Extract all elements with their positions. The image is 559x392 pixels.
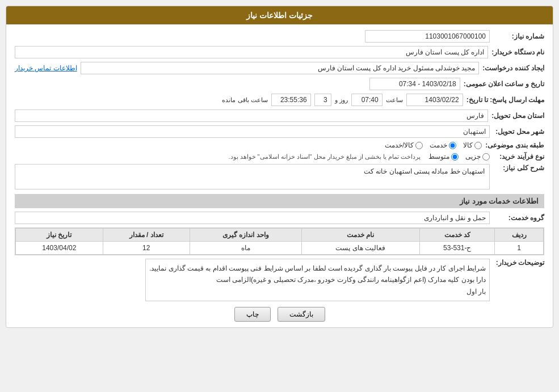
category-options: کالا خدمت کالا/خدمت <box>385 141 482 149</box>
purchase-type-radio-medium[interactable] <box>451 153 459 161</box>
service-group-label: گروه خدمت: <box>493 214 544 222</box>
city-value: استهبان <box>15 125 490 138</box>
creator-label: ایجاد کننده درخواست: <box>482 64 544 72</box>
deadline-time: 07:40 <box>351 94 383 106</box>
category-both-label: کالا/خدمت <box>385 141 414 149</box>
need-desc-value: استهبان خط مبادله پستی استهبان خانه کت <box>20 167 485 175</box>
services-table: ردیف کد خدمت نام خدمت واحد اندازه گیری ت… <box>15 227 544 255</box>
purchase-note: پرداخت تمام یا بخشی از مبلغ خریدار محل "… <box>228 153 421 161</box>
category-service-label: خدمت <box>430 141 447 149</box>
buyer-org-value: اداره کل پست استان فارس <box>15 46 488 58</box>
purchase-type-partial[interactable]: جزیی <box>465 153 490 161</box>
deadline-days: 3 <box>314 94 331 106</box>
purchase-type-medium[interactable]: متوسط <box>428 153 459 161</box>
announce-date-label: تاریخ و ساعت اعلان عمومی: <box>464 80 544 88</box>
col-code: کد خدمت <box>420 229 495 242</box>
col-name: نام خدمت <box>301 229 420 242</box>
deadline-label: مهلت ارسال پاسخ: تا تاریخ: <box>466 96 544 104</box>
print-button[interactable]: چاپ <box>234 307 271 322</box>
deadline-time-label: ساعت <box>386 96 403 104</box>
notes-label: توضیحات خریدار: <box>493 259 544 267</box>
need-number-label: شماره نیاز: <box>493 32 544 40</box>
deadline-days-label: روز و <box>335 96 348 104</box>
category-goods-label: کالا <box>463 141 473 149</box>
announce-date-value: 1403/02/18 - 07:34 <box>369 78 460 90</box>
deadline-date: 1403/02/22 <box>406 94 463 106</box>
col-date: تاریخ نیاز <box>16 229 103 242</box>
category-option-both[interactable]: کالا/خدمت <box>385 141 423 149</box>
deadline-remaining: 23:55:36 <box>271 94 311 106</box>
province-value: فارس <box>15 109 488 122</box>
category-radio-goods[interactable] <box>474 142 482 149</box>
service-group-value: حمل و نقل و انبارداری <box>15 212 490 224</box>
province-label: استان محل تحویل: <box>491 112 544 120</box>
contact-link[interactable]: اطلاعات تماس خریدار <box>15 64 77 72</box>
category-option-service[interactable]: خدمت <box>430 141 456 149</box>
col-row: ردیف <box>495 229 544 242</box>
category-option-goods[interactable]: کالا <box>463 141 482 149</box>
purchase-type-radio-partial[interactable] <box>482 153 490 161</box>
category-radio-both[interactable] <box>415 142 423 149</box>
need-desc-label: شرح کلی نیاز: <box>493 164 544 172</box>
purchase-type-label: نوع فرآیند خرید: <box>493 153 544 161</box>
city-label: شهر محل تحویل: <box>493 128 544 136</box>
col-unit: واحد اندازه گیری <box>190 229 302 242</box>
buyer-org-label: نام دستگاه خریدار: <box>491 48 544 56</box>
col-qty: تعداد / مقدار <box>103 229 190 242</box>
page-title: جزئیات اطلاعات نیاز <box>6 6 553 24</box>
category-radio-service[interactable] <box>449 142 456 149</box>
back-button[interactable]: بازگشت <box>278 307 325 322</box>
creator-value: مجید خوشدلی مسئول خرید اداره کل پست استا… <box>81 62 480 74</box>
need-number-value: 1103001067000100 <box>365 30 490 43</box>
purchase-medium-label: متوسط <box>428 153 449 161</box>
table-row: 1ح-531-53فعالیت های پستماه121403/04/02 <box>16 242 544 255</box>
purchase-type-options: جزیی متوسط <box>428 153 490 161</box>
need-desc-box: استهبان خط مبادله پستی استهبان خانه کت <box>15 164 490 189</box>
action-buttons: بازگشت چاپ <box>15 307 544 322</box>
purchase-partial-label: جزیی <box>465 153 481 161</box>
notes-value: شرایط اجرای کار در فایل پیوست بار گذاری … <box>145 259 490 301</box>
deadline-remaining-label: ساعت باقی مانده <box>222 96 267 104</box>
category-label: طبقه بندی موضوعی: <box>485 141 544 149</box>
services-section-title: اطلاعات خدمات مورد نیاز <box>15 194 544 208</box>
